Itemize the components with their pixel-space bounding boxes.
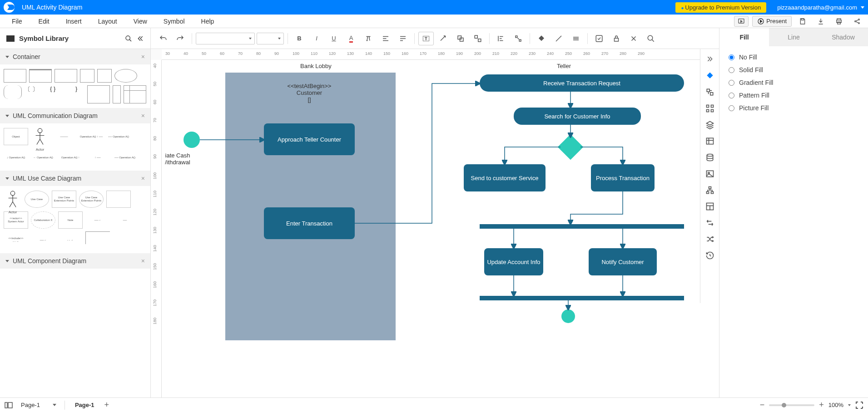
image-icon[interactable]: [704, 168, 716, 180]
bold-button[interactable]: B: [292, 32, 307, 45]
font-family-select[interactable]: [196, 33, 255, 44]
check-button[interactable]: [591, 32, 607, 45]
menu-insert[interactable]: Insert: [58, 18, 90, 25]
action-approach[interactable]: Approach Teller Counter: [264, 123, 355, 155]
shape-rect[interactable]: [55, 69, 77, 83]
shuffle-icon[interactable]: [704, 233, 716, 245]
shape-rect[interactable]: [97, 69, 112, 83]
save-button[interactable]: [795, 16, 810, 27]
shape-brace[interactable]: { }: [50, 85, 73, 99]
swimlane-box[interactable]: [225, 73, 396, 340]
shape-rect[interactable]: [4, 69, 26, 83]
present-button[interactable]: Present: [752, 16, 792, 27]
shape-actor[interactable]: Actor: [31, 128, 49, 146]
shape-ellipse[interactable]: [114, 69, 137, 83]
menu-help[interactable]: Help: [193, 18, 223, 25]
section-container[interactable]: Container×: [0, 49, 150, 64]
radio-picture-fill[interactable]: Picture Fill: [729, 104, 859, 112]
radio-pattern-fill[interactable]: Pattern Fill: [729, 92, 859, 99]
action-enter[interactable]: Enter Transaction: [264, 207, 355, 239]
tab-line[interactable]: Line: [769, 28, 818, 46]
layers-icon[interactable]: [704, 119, 716, 131]
layout-icon[interactable]: [704, 201, 716, 212]
textbox-button[interactable]: T: [418, 32, 434, 45]
shape-line[interactable]: ────: [52, 128, 76, 145]
canvas[interactable]: 3040506070809010011012013014015016017018…: [151, 49, 719, 397]
shape-rect[interactable]: [106, 191, 131, 208]
user-email[interactable]: pizzaaandparatha@gmail.com: [777, 4, 857, 11]
undo-button[interactable]: [155, 32, 171, 45]
fullscreen-icon[interactable]: [855, 401, 863, 409]
collapse-panel-icon[interactable]: [137, 35, 144, 42]
shape-grid[interactable]: [124, 85, 146, 103]
join-bar[interactable]: [480, 296, 684, 300]
italic-button[interactable]: I: [309, 32, 324, 45]
action-search[interactable]: Search for Customer Info: [514, 108, 641, 125]
shape-corner[interactable]: [85, 231, 110, 244]
shape-arrow[interactable]: ── Operation A(): [106, 128, 131, 145]
history-icon[interactable]: [704, 250, 716, 261]
upgrade-button[interactable]: Upgrade to Premium Version: [675, 2, 766, 13]
font-color-button[interactable]: A: [343, 32, 359, 45]
section-communication[interactable]: UML Communication Diagram×: [0, 108, 150, 123]
shape-arrow[interactable]: Operation A() ↑ ──: [79, 128, 104, 145]
close-section-icon[interactable]: ×: [141, 257, 145, 265]
menu-view[interactable]: View: [125, 18, 155, 25]
align-button[interactable]: [493, 32, 509, 45]
connector-button[interactable]: [436, 32, 451, 45]
redo-button[interactable]: [173, 32, 188, 45]
expand-panel-icon[interactable]: [700, 53, 719, 65]
search-button[interactable]: [643, 32, 659, 45]
line-button[interactable]: [551, 32, 566, 45]
shape-object[interactable]: Object: [4, 128, 28, 145]
end-node[interactable]: [561, 309, 575, 323]
fill-button[interactable]: [534, 32, 549, 45]
section-usecase[interactable]: UML Use Case Diagram×: [0, 171, 150, 186]
shape-collaboration[interactable]: Collaboration X: [31, 211, 55, 229]
shape-arrow[interactable]: ↑ ──: [85, 149, 110, 166]
shape-rect[interactable]: [80, 69, 94, 83]
close-section-icon[interactable]: ×: [141, 53, 145, 60]
add-page-button[interactable]: +: [104, 400, 109, 410]
canvas-page[interactable]: Bank Lobby Teller <<testAtBegin>> Custom…: [162, 60, 719, 397]
radio-solid-fill[interactable]: Solid Fill: [729, 66, 859, 74]
swimlane-header[interactable]: Bank Lobby: [300, 63, 332, 69]
zoom-in-button[interactable]: +: [819, 400, 824, 410]
distribute-button[interactable]: [511, 32, 526, 45]
ungroup-button[interactable]: [470, 32, 486, 45]
shape-tool-icon[interactable]: [704, 86, 716, 98]
slideshow-button[interactable]: [734, 16, 749, 27]
menu-edit[interactable]: Edit: [30, 18, 58, 25]
shape-arrow[interactable]: ── Operation A(): [113, 149, 137, 166]
shape-note[interactable]: Note: [58, 211, 83, 229]
fork-bar[interactable]: [480, 224, 684, 229]
shape-line[interactable]: - - →: [58, 231, 83, 249]
group-button[interactable]: [453, 32, 468, 45]
zoom-out-button[interactable]: −: [760, 400, 765, 410]
shape-usecase[interactable]: Use CaseExtension Points: [52, 191, 76, 208]
page-tab[interactable]: Page-1: [69, 402, 100, 408]
print-button[interactable]: [832, 16, 846, 27]
shape-usecase[interactable]: Use CaseExtension Points: [79, 191, 104, 208]
shape-rect[interactable]: [29, 69, 52, 83]
shape-actor[interactable]: Actor: [4, 191, 22, 209]
transform-icon[interactable]: [704, 217, 716, 229]
tree-icon[interactable]: [704, 184, 716, 196]
tab-shadow[interactable]: Shadow: [818, 28, 868, 46]
clear-format-button[interactable]: [361, 32, 376, 45]
align-h-button[interactable]: [378, 32, 393, 45]
menu-file[interactable]: File: [4, 18, 30, 25]
radio-gradient-fill[interactable]: Gradient Fill: [729, 79, 859, 86]
line-style-button[interactable]: [568, 32, 584, 45]
page-select[interactable]: Page-1: [17, 402, 60, 408]
underline-button[interactable]: U: [326, 32, 342, 45]
stereotype-text[interactable]: <<testAtBegin>> Customer []: [275, 83, 343, 103]
database-icon[interactable]: [704, 152, 716, 163]
pages-icon[interactable]: [5, 402, 13, 408]
action-notify[interactable]: Notify Customer: [589, 248, 657, 275]
align-v-button[interactable]: [395, 32, 411, 45]
decision-node[interactable]: [558, 134, 584, 160]
shape-brace[interactable]: 〔 〕: [25, 85, 47, 99]
shape-line[interactable]: ──→: [85, 211, 110, 229]
close-section-icon[interactable]: ×: [141, 175, 145, 182]
